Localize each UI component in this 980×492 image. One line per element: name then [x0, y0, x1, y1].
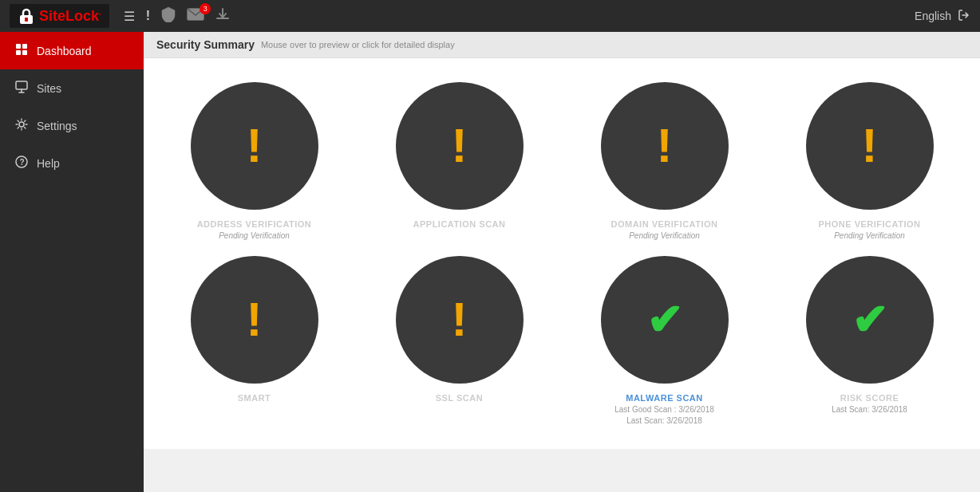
scan-grid: ! ADDRESS VERIFICATION Pending Verificat…	[144, 58, 980, 449]
exclamation-icon: !	[452, 296, 468, 344]
scan-application-scan[interactable]: ! APPLICATION SCAN	[365, 82, 554, 240]
top-bar-right: English	[915, 9, 970, 24]
language-label: English	[915, 10, 951, 22]
security-summary-bar: Security Summary Mouse over to preview o…	[144, 32, 980, 58]
scan-label-domain-verification: DOMAIN VERIFICATION	[611, 219, 718, 229]
circle-ssl: !	[396, 256, 524, 384]
scan-sublabel-domain-verification: Pending Verification	[629, 231, 700, 240]
help-icon: ?	[14, 155, 29, 171]
scan-sublabel-malware-2: Last Scan: 3/26/2018	[626, 416, 702, 425]
download-icon[interactable]	[215, 7, 230, 25]
scan-ssl[interactable]: ! SSL SCAN	[365, 256, 554, 425]
scan-label-ssl: SSL SCAN	[436, 393, 483, 403]
circle-address-verification: !	[191, 82, 318, 210]
exclamation-icon: !	[862, 122, 878, 170]
scan-label-application-scan: APPLICATION SCAN	[413, 219, 506, 229]
scan-label-address-verification: ADDRESS VERIFICATION	[197, 219, 312, 229]
scan-label-phone-verification: PHONE VERIFICATION	[819, 219, 921, 229]
sitelock-logo-icon	[18, 7, 35, 25]
sidebar-item-dashboard[interactable]: Dashboard	[0, 32, 144, 69]
svg-point-8	[19, 122, 24, 127]
circle-smart: !	[191, 256, 318, 384]
scan-sublabel-malware-1: Last Good Scan : 3/26/2018	[614, 405, 714, 414]
scan-phone-verification[interactable]: ! PHONE VERIFICATION Pending Verificatio…	[775, 82, 964, 240]
sidebar: Dashboard Sites Settings	[0, 32, 144, 492]
content-area: Security Summary Mouse over to preview o…	[144, 32, 980, 492]
circle-application-scan: !	[396, 82, 524, 210]
scan-smart[interactable]: ! SMART	[160, 256, 349, 425]
logo: SiteLock.	[10, 4, 109, 28]
logo-lock: Lock	[65, 8, 99, 24]
scan-label-malware: MALWARE SCAN	[626, 393, 702, 403]
shield-icon[interactable]	[161, 6, 176, 26]
scan-label-risk-score: RISK SCORE	[840, 393, 899, 403]
svg-rect-3	[16, 44, 21, 49]
sidebar-item-help[interactable]: ? Help	[0, 144, 144, 182]
scan-domain-verification[interactable]: ! DOMAIN VERIFICATION Pending Verificati…	[570, 82, 759, 240]
circle-malware: ✔	[601, 256, 729, 384]
circle-domain-verification: !	[601, 82, 729, 210]
exclamation-icon: !	[657, 122, 673, 170]
exclamation-icon: !	[247, 296, 263, 344]
sidebar-sites-label: Sites	[37, 82, 61, 95]
scan-address-verification[interactable]: ! ADDRESS VERIFICATION Pending Verificat…	[160, 82, 349, 240]
svg-rect-6	[22, 50, 27, 55]
sidebar-item-settings[interactable]: Settings	[0, 107, 144, 144]
alert-icon[interactable]: !	[146, 9, 150, 23]
settings-icon	[14, 118, 29, 133]
sidebar-settings-label: Settings	[37, 120, 77, 132]
dashboard-icon	[14, 43, 29, 58]
top-bar: SiteLock. ☰ ! 3	[0, 0, 980, 32]
checkmark-icon: ✔	[646, 298, 682, 341]
monitor-icon	[14, 81, 29, 96]
scan-sublabel-risk-score: Last Scan: 3/26/2018	[832, 405, 907, 414]
logo-site: Site	[39, 8, 65, 24]
circle-risk-score: ✔	[806, 256, 934, 384]
checkmark-icon: ✔	[852, 298, 887, 341]
main-layout: Dashboard Sites Settings	[0, 32, 980, 492]
scan-risk-score[interactable]: ✔ RISK SCORE Last Scan: 3/26/2018	[775, 256, 964, 425]
top-bar-left: SiteLock. ☰ ! 3	[10, 4, 230, 28]
mail-icon[interactable]: 3	[187, 8, 204, 24]
svg-text:?: ?	[20, 158, 25, 167]
scan-sublabel-phone-verification: Pending Verification	[834, 231, 905, 240]
scan-malware[interactable]: ✔ MALWARE SCAN Last Good Scan : 3/26/201…	[570, 256, 759, 425]
security-summary-title: Security Summary	[156, 38, 255, 51]
scan-sublabel-address-verification: Pending Verification	[219, 231, 290, 240]
circle-phone-verification: !	[806, 82, 934, 210]
menu-icon[interactable]: ☰	[124, 9, 135, 24]
svg-rect-7	[16, 81, 27, 89]
sidebar-help-label: Help	[37, 157, 60, 170]
sidebar-dashboard-label: Dashboard	[37, 45, 92, 57]
exclamation-icon: !	[247, 122, 263, 170]
scan-label-smart: SMART	[238, 393, 271, 403]
security-summary-hint: Mouse over to preview or click for detai…	[261, 40, 455, 49]
top-icons: ☰ ! 3	[124, 6, 230, 26]
svg-rect-5	[16, 50, 21, 55]
sidebar-item-sites[interactable]: Sites	[0, 69, 144, 107]
logout-icon[interactable]	[958, 9, 970, 24]
mail-badge: 3	[200, 3, 211, 14]
logo-text: SiteLock.	[39, 8, 101, 25]
svg-rect-1	[25, 18, 28, 22]
svg-rect-4	[22, 44, 27, 49]
exclamation-icon: !	[452, 122, 468, 170]
